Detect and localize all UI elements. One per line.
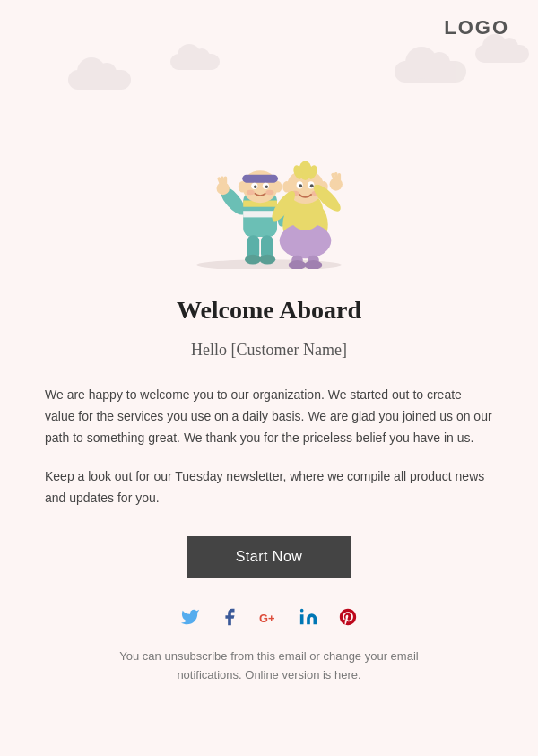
footer-line-2: notifications. Online version is here. xyxy=(177,668,360,682)
welcome-title: Welcome Aboard xyxy=(45,296,493,325)
svg-point-19 xyxy=(259,255,275,265)
main-content: Welcome Aboard Hello [Customer Name] We … xyxy=(0,278,538,509)
social-icons-area: G+ xyxy=(0,604,538,630)
page-wrapper: LOGO xyxy=(0,0,538,756)
svg-point-13 xyxy=(247,190,255,195)
google-plus-icon[interactable]: G+ xyxy=(256,604,282,630)
svg-point-11 xyxy=(254,185,257,188)
start-now-button[interactable]: Start Now xyxy=(187,536,352,578)
characters-svg xyxy=(161,108,377,269)
svg-line-43 xyxy=(336,174,337,178)
cta-wrapper: Start Now xyxy=(0,536,538,578)
svg-line-42 xyxy=(333,175,334,179)
body-paragraph-1: We are happy to welcome you to our organ… xyxy=(45,385,493,448)
facebook-icon[interactable] xyxy=(217,604,242,630)
svg-point-31 xyxy=(282,181,291,193)
svg-rect-4 xyxy=(243,211,277,217)
svg-line-22 xyxy=(222,178,223,182)
svg-point-18 xyxy=(245,255,261,265)
svg-point-14 xyxy=(265,190,273,195)
svg-point-12 xyxy=(265,185,269,188)
footer-line-1: You can unsubscribe from this email or c… xyxy=(119,649,418,663)
svg-point-7 xyxy=(239,181,247,193)
hero-illustration xyxy=(0,0,538,278)
linkedin-icon[interactable] xyxy=(296,604,321,630)
svg-point-20 xyxy=(217,182,230,195)
svg-point-35 xyxy=(299,184,302,187)
pinterest-icon[interactable] xyxy=(335,604,360,630)
footer-text: You can unsubscribe from this email or c… xyxy=(0,647,538,712)
svg-point-36 xyxy=(310,184,314,187)
twitter-icon[interactable] xyxy=(178,604,203,630)
svg-text:G+: G+ xyxy=(259,611,274,624)
svg-rect-6 xyxy=(242,175,278,183)
greeting-text: Hello [Customer Name] xyxy=(45,341,493,360)
body-paragraph-2: Keep a look out for our Tuesday newslett… xyxy=(45,466,493,509)
svg-point-8 xyxy=(273,181,282,193)
svg-line-21 xyxy=(219,178,221,183)
svg-point-50 xyxy=(300,609,304,613)
